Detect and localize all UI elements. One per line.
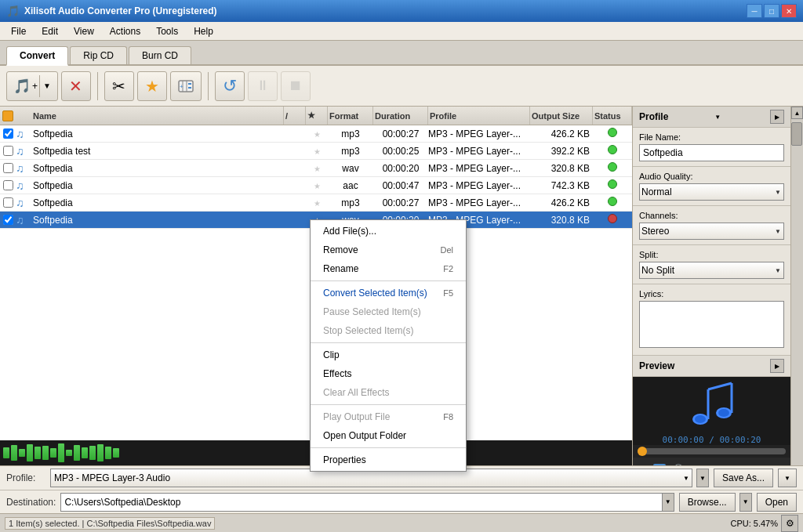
scroll-up-button[interactable]: ▲ (791, 107, 803, 119)
split-select[interactable]: No Split By Size By Duration (639, 262, 784, 279)
row-checkbox[interactable] (3, 197, 13, 208)
row-format: wav (328, 163, 373, 174)
preview-title: Preview (639, 360, 674, 371)
play-button[interactable]: ▶ (638, 461, 650, 465)
wave-bar (42, 446, 49, 460)
destination-dropdown-button[interactable]: ▼ (662, 493, 674, 512)
table-row[interactable]: ♫ Softpedia ★ mp3 00:00:27 MP3 - MPEG La… (0, 194, 632, 212)
tab-convert[interactable]: Convert (6, 46, 68, 66)
profile-select-arrow[interactable]: ▼ (696, 469, 709, 487)
stop-ctrl-button[interactable]: ■ (653, 464, 666, 466)
row-duration: 00:00:20 (373, 163, 428, 174)
ctx-open-output-folder[interactable]: Open Output Folder (311, 426, 466, 445)
table-row[interactable]: ♫ Softpedia test ★ mp3 00:00:25 MP3 - MP… (0, 143, 632, 160)
add-files-button[interactable]: 🎵+ ▼ (6, 71, 58, 101)
tab-rip-cd[interactable]: Rip CD (70, 46, 127, 64)
ctx-properties[interactable]: Properties (311, 451, 466, 469)
ctx-remove[interactable]: Remove Del (311, 241, 466, 259)
preview-controls: ▶ ■ 🔊 ⊡ (633, 458, 790, 465)
menu-edit[interactable]: Edit (34, 24, 66, 39)
column-status[interactable]: Status (593, 107, 632, 125)
add-files-dropdown-arrow[interactable]: ▼ (39, 75, 51, 97)
row-status (593, 145, 632, 157)
table-row[interactable]: ♫ Softpedia ★ wav 00:00:20 MP3 - MPEG La… (0, 160, 632, 177)
delete-button[interactable]: ✕ (61, 71, 91, 101)
profile-expand-button[interactable]: ▶ (770, 110, 784, 124)
wave-bar (74, 445, 80, 461)
favorite-icon[interactable]: ★ (314, 165, 321, 173)
table-row[interactable]: ♫ Softpedia ★ aac 00:00:47 MP3 - MPEG La… (0, 177, 632, 194)
ctx-effects[interactable]: Effects (311, 364, 466, 383)
channels-select[interactable]: Stereo Mono Joint Stereo (639, 223, 784, 240)
close-button[interactable]: ✕ (781, 4, 797, 18)
menu-file[interactable]: File (3, 24, 34, 39)
favorite-icon[interactable]: ★ (314, 147, 321, 156)
profile-dropdown-icon[interactable]: ▼ (714, 114, 721, 121)
minimize-button[interactable]: ─ (747, 4, 762, 18)
row-profile: MP3 - MPEG Layer-... (428, 146, 530, 157)
ctx-convert-selected[interactable]: Convert Selected Item(s) F5 (311, 284, 466, 302)
column-favorite[interactable]: ★ (306, 107, 328, 125)
column-format[interactable]: Format (328, 107, 373, 125)
favorite-button[interactable]: ★ (137, 71, 167, 101)
column-profile[interactable]: Profile (428, 107, 530, 125)
preview-expand-button[interactable]: ▶ (770, 359, 784, 373)
wave-bar (27, 444, 33, 461)
cut-button[interactable]: ✂ (104, 71, 134, 101)
audio-quality-select[interactable]: Normal High Low Highest Custom (639, 183, 784, 201)
lyrics-textarea[interactable] (639, 301, 784, 348)
tab-bar: Convert Rip CD Burn CD (0, 41, 803, 66)
panel-scrollbar[interactable]: ▲ ▼ (790, 107, 803, 465)
svg-point-7 (695, 415, 706, 423)
row-checkbox[interactable] (3, 146, 13, 156)
favorite-icon[interactable]: ★ (314, 199, 321, 208)
scrollbar-track[interactable] (791, 119, 803, 465)
row-name: Softpedia test (31, 146, 284, 157)
row-name: Softpedia (31, 128, 284, 139)
menu-help[interactable]: Help (186, 24, 221, 39)
table-row[interactable]: ♫ Softpedia ★ mp3 00:00:27 MP3 - MPEG La… (0, 125, 632, 143)
wave-bar (11, 445, 17, 461)
column-output-size[interactable]: Output Size (530, 107, 593, 125)
row-checkbox[interactable] (3, 180, 13, 190)
favorite-icon[interactable]: ★ (314, 130, 321, 139)
filename-input[interactable] (639, 144, 784, 161)
svg-point-9 (718, 409, 729, 417)
preview-progress-area[interactable] (633, 445, 790, 458)
ctx-clip[interactable]: Clip (311, 346, 466, 364)
convert-button[interactable]: ↺ (215, 71, 245, 101)
favorite-icon[interactable]: ★ (314, 182, 321, 190)
ctx-rename[interactable]: Rename F2 (311, 259, 466, 278)
menu-actions[interactable]: Actions (102, 24, 148, 39)
column-name[interactable]: Name (31, 107, 284, 125)
scrollbar-thumb[interactable] (791, 122, 802, 146)
wave-bar (58, 443, 64, 462)
browse-button[interactable]: Browse... (679, 493, 736, 512)
row-format: mp3 (328, 128, 373, 139)
browse-options-button[interactable]: ▼ (739, 493, 752, 512)
pause-button[interactable]: ⏸ (248, 71, 278, 101)
tab-burn-cd[interactable]: Burn CD (129, 46, 191, 64)
header-checkbox[interactable] (2, 110, 13, 121)
music-icon: ♫ (16, 128, 24, 140)
menu-tools[interactable]: Tools (148, 24, 186, 39)
stop-button[interactable]: ⏹ (281, 71, 311, 101)
maximize-button[interactable]: □ (764, 4, 779, 18)
volume-icon[interactable]: 🔊 (669, 462, 685, 466)
ctx-add-files[interactable]: Add File(s)... (311, 222, 466, 241)
toolbar-separator-2 (208, 72, 209, 100)
menu-view[interactable]: View (66, 24, 102, 39)
open-button[interactable]: Open (757, 493, 797, 512)
preview-extra-button[interactable]: ⊡ (776, 463, 786, 465)
save-options-button[interactable]: ▼ (778, 469, 797, 487)
add-effect-button[interactable]: + (170, 71, 202, 101)
progress-dot[interactable] (638, 447, 647, 456)
settings-button[interactable]: ⚙ (781, 515, 798, 532)
destination-input[interactable] (60, 493, 662, 512)
save-as-button[interactable]: Save As... (714, 469, 773, 487)
progress-bar[interactable] (638, 448, 786, 454)
row-checkbox[interactable] (3, 163, 13, 173)
row-checkbox[interactable] (3, 128, 13, 139)
row-checkbox[interactable] (3, 215, 13, 225)
column-duration[interactable]: Duration (373, 107, 428, 125)
